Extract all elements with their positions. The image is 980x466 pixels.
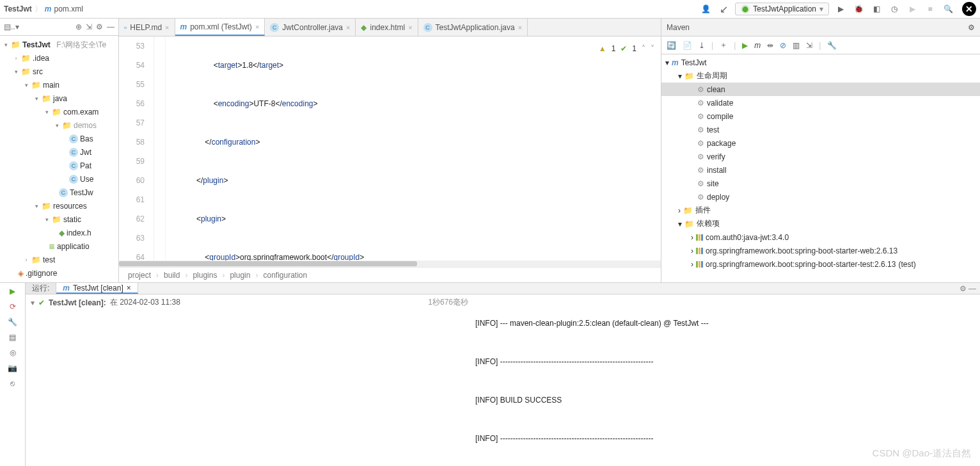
reload-icon[interactable]: 🔄: [667, 41, 676, 50]
tree-idea[interactable]: .idea: [33, 54, 49, 63]
tree-src[interactable]: src: [33, 67, 43, 76]
gear-icon: ⚙: [697, 139, 704, 148]
tree-file[interactable]: Use: [80, 175, 93, 184]
maven-goal[interactable]: validate: [707, 99, 733, 108]
camera-icon[interactable]: 📷: [8, 364, 17, 373]
breadcrumb: TestJwt 〉 m pom.xml: [4, 4, 83, 15]
maven-goal[interactable]: site: [707, 179, 719, 188]
toggle-offline-icon[interactable]: ⇹: [767, 41, 773, 50]
coverage-button[interactable]: ◧: [870, 3, 883, 15]
code-editor[interactable]: 535455565758596061626364 <target>1.8</ta…: [119, 36, 661, 261]
close-tab-icon[interactable]: ×: [255, 23, 259, 31]
maven-goal[interactable]: verify: [707, 152, 725, 161]
maven-dep[interactable]: org.springframework.boot:spring-boot-sta…: [706, 260, 896, 269]
task-tree[interactable]: ▾ ✔ TestJwt [clean]: 在 2024-02-03 11:38 …: [26, 294, 473, 466]
breadcrumb-file[interactable]: pom.xml: [54, 4, 83, 13]
search-icon[interactable]: 🔍: [942, 3, 954, 15]
tree-resources[interactable]: resources: [53, 202, 87, 211]
tree-file[interactable]: applicatio: [57, 242, 90, 251]
tree-static[interactable]: static: [63, 215, 81, 224]
tab-help[interactable]: ▫HELP.md×: [119, 19, 175, 36]
close-tab-icon[interactable]: ×: [127, 284, 131, 293]
run-button[interactable]: ▶: [834, 3, 847, 15]
maven-goal[interactable]: deploy: [707, 193, 729, 202]
chevron-down-icon[interactable]: ˅: [651, 39, 654, 58]
editor-hscroll[interactable]: [119, 261, 661, 267]
debug-button[interactable]: 🐞: [852, 3, 865, 15]
run-tab[interactable]: m TestJwt [clean] ×: [56, 283, 138, 294]
close-tab-icon[interactable]: ×: [346, 24, 350, 31]
skip-tests-icon[interactable]: ⊘: [780, 41, 786, 50]
download-icon[interactable]: ⤓: [699, 41, 705, 50]
wrench-icon[interactable]: 🔧: [8, 317, 17, 326]
add-user-icon[interactable]: 👤: [699, 3, 712, 15]
project-mode-select[interactable]: ▤..▾: [4, 22, 19, 31]
close-icon[interactable]: ✕: [962, 2, 976, 16]
tree-file[interactable]: Jwt: [80, 148, 91, 157]
gear-icon[interactable]: ⚙: [968, 23, 975, 32]
maven-dep[interactable]: org.springframework.boot:spring-boot-sta…: [706, 246, 897, 255]
tab-pom[interactable]: mpom.xml (TestJwt)×: [175, 19, 265, 36]
breadcrumb-root[interactable]: TestJwt: [4, 4, 32, 13]
profile-button[interactable]: ◷: [888, 3, 901, 15]
project-tree[interactable]: ▾📁TestJwt F:\网络安全\Te ›📁.idea ▾📁src ▾📁mai…: [0, 36, 118, 282]
maven-goal[interactable]: package: [707, 139, 736, 148]
maven-dep[interactable]: com.auth0:java-jwt:3.4.0: [706, 233, 789, 242]
tree-file[interactable]: .gitignore: [26, 269, 57, 278]
tree-file[interactable]: TestJw: [70, 188, 93, 197]
execute-icon[interactable]: m: [754, 41, 761, 50]
add-icon[interactable]: ＋: [720, 40, 727, 51]
stop-button[interactable]: ■: [924, 3, 937, 15]
gear-icon[interactable]: ⚙: [96, 22, 103, 31]
hide-panel-icon[interactable]: —: [107, 22, 115, 31]
console-output[interactable]: [INFO] --- maven-clean-plugin:2.5:clean …: [473, 294, 980, 466]
maven-goal[interactable]: compile: [707, 112, 733, 121]
folder-icon: 📁: [684, 220, 694, 229]
close-tab-icon[interactable]: ×: [408, 24, 412, 31]
target-icon[interactable]: ◎: [10, 348, 16, 357]
rerun-icon[interactable]: ▶: [10, 287, 15, 296]
tree-test[interactable]: test: [43, 255, 55, 264]
vcs-update-icon[interactable]: ↙: [717, 3, 730, 15]
gear-icon[interactable]: ⚙ —: [960, 284, 976, 293]
code-area[interactable]: <target>1.8</target> <encoding>UTF-8</en…: [166, 36, 661, 261]
inspection-widget[interactable]: ▲1 ✔1 ˄ ˅: [599, 39, 654, 58]
tree-java[interactable]: java: [53, 94, 67, 103]
scroll-thumb[interactable]: [119, 261, 417, 266]
tab-index[interactable]: ◆index.html×: [356, 19, 418, 36]
run-header: 运行: m TestJwt [clean] ×: [26, 283, 980, 294]
tree-root[interactable]: TestJwt: [22, 40, 51, 49]
close-tab-icon[interactable]: ×: [518, 24, 522, 31]
tab-jwtcontroller[interactable]: CJwtController.java×: [265, 19, 356, 36]
exit-icon[interactable]: ⎋: [10, 379, 15, 388]
tree-file[interactable]: Pat: [80, 161, 91, 170]
chevron-up-icon[interactable]: ˄: [642, 39, 645, 58]
wrench-icon[interactable]: 🔧: [827, 41, 837, 50]
tree-file[interactable]: index.h: [67, 229, 91, 237]
tree-file[interactable]: Bas: [80, 134, 93, 143]
maven-goal-clean[interactable]: clean: [707, 85, 725, 94]
run-config-selector[interactable]: ⬤ TestJwtApplication ▾: [735, 3, 829, 15]
layout-icon[interactable]: ▤: [9, 333, 16, 342]
generate-sources-icon[interactable]: 📄: [683, 41, 692, 50]
maven-goal[interactable]: install: [707, 166, 727, 175]
tree-pkg[interactable]: com.exam: [63, 108, 99, 116]
close-tab-icon[interactable]: ×: [165, 24, 169, 31]
scroll-from-source-icon[interactable]: ⊕: [75, 22, 82, 31]
structure-breadcrumb[interactable]: project› build› plugins› plugin› configu…: [119, 267, 661, 282]
maven-goal[interactable]: test: [707, 125, 719, 134]
tree-demos[interactable]: demos: [74, 121, 97, 130]
folder-icon: 📁: [683, 206, 693, 215]
tree-main[interactable]: main: [43, 81, 59, 90]
maven-tree[interactable]: ▾mTestJwt ▾📁生命周期 ⚙clean ⚙validate ⚙compi…: [661, 54, 980, 282]
collapse-all-icon[interactable]: ⇲: [86, 22, 92, 31]
task-row[interactable]: ▾ ✔ TestJwt [clean]: 在 2024-02-03 11:38 …: [31, 297, 468, 308]
run-goal-icon[interactable]: ▶: [742, 41, 748, 50]
tab-app[interactable]: CTestJwtApplication.java×: [418, 19, 528, 36]
collapse-all-icon[interactable]: ⇲: [806, 41, 812, 50]
chevron-down-icon[interactable]: ▾: [31, 298, 35, 307]
fold-column[interactable]: [154, 36, 166, 261]
show-deps-icon[interactable]: ▥: [793, 41, 800, 50]
attach-button[interactable]: ▶: [906, 3, 919, 15]
stop-icon[interactable]: ⟳: [10, 302, 16, 311]
